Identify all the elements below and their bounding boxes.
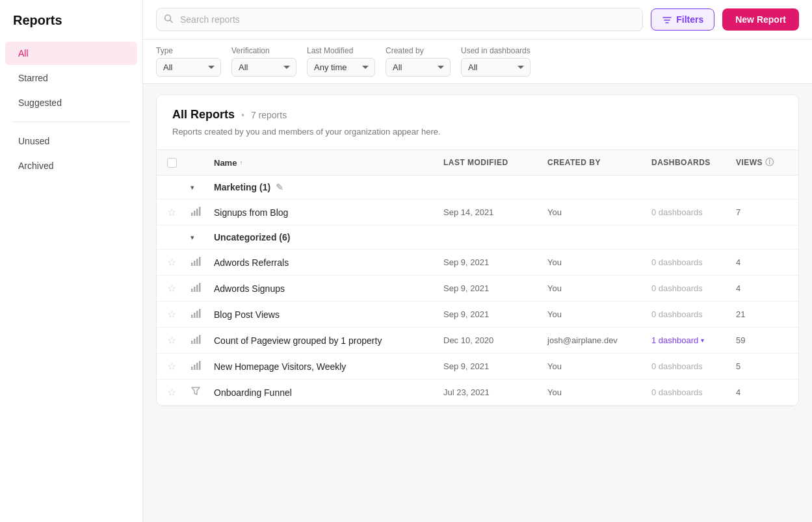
- star-icon-onboarding-funnel[interactable]: ☆: [167, 386, 190, 398]
- report-icon-signups-from-blog: [190, 206, 214, 218]
- star-icon-new-homepage[interactable]: ☆: [167, 360, 190, 372]
- dashboard-chevron-icon: ▾: [701, 337, 704, 344]
- filter-used-in-dashboards: Used in dashboards All Used Unused: [461, 46, 530, 77]
- dashboards-blog-post-views: 0 dashboards: [651, 309, 736, 319]
- filter-type-select[interactable]: All Chart Table Pivot: [156, 58, 221, 77]
- views-info-icon[interactable]: ⓘ: [765, 157, 774, 168]
- star-icon-signups-from-blog[interactable]: ☆: [167, 206, 190, 218]
- svg-rect-8: [199, 207, 201, 216]
- reports-title-row: All Reports • 7 reports: [172, 108, 783, 122]
- views-blog-post-views: 21: [736, 309, 788, 319]
- sidebar-item-starred[interactable]: Starred: [5, 66, 137, 90]
- filters-button[interactable]: Filters: [651, 8, 714, 31]
- filter-used-in-dashboards-label: Used in dashboards: [461, 46, 530, 55]
- filter-last-modified: Last Modified Any time Today This week T…: [307, 46, 375, 77]
- table-row[interactable]: ☆ Onboarding Funnel Jul 23, 2021 You 0 d…: [157, 380, 798, 406]
- svg-rect-6: [194, 211, 196, 216]
- filter-last-modified-select[interactable]: Any time Today This week This month This…: [307, 58, 375, 77]
- svg-rect-28: [199, 361, 201, 370]
- table-row[interactable]: ☆ Count of Pageview grouped by 1 propert…: [157, 328, 798, 354]
- report-icon-adwords-referrals: [190, 256, 214, 268]
- svg-rect-20: [199, 309, 201, 318]
- report-icon-blog-post-views: [190, 308, 214, 320]
- report-name-adwords-referrals: Adwords Referrals: [214, 257, 443, 268]
- sidebar-nav: All Starred Suggested Unused Archived: [0, 41, 142, 178]
- sidebar-item-archived[interactable]: Archived: [5, 154, 137, 177]
- filter-last-modified-label: Last Modified: [307, 46, 375, 55]
- report-icon-count-pageview: [190, 334, 214, 346]
- new-report-button[interactable]: New Report: [722, 8, 799, 31]
- group-row-uncategorized[interactable]: ▾ Uncategorized (6): [157, 226, 798, 250]
- svg-rect-19: [196, 311, 198, 318]
- th-checkbox: [167, 158, 190, 168]
- report-name-adwords-signups: Adwords Signups: [214, 283, 443, 294]
- sidebar-item-unused[interactable]: Unused: [5, 129, 137, 153]
- dashboards-adwords-signups: 0 dashboards: [651, 283, 736, 293]
- svg-rect-15: [196, 285, 198, 292]
- group-name-uncategorized: Uncategorized (6): [214, 232, 290, 242]
- table-row[interactable]: ☆ Adwords Referrals Sep 9, 2021 You 0 da…: [157, 250, 798, 276]
- last-modified-blog-post-views: Sep 9, 2021: [443, 309, 547, 319]
- report-name-blog-post-views: Blog Post Views: [214, 309, 443, 320]
- table-row[interactable]: ☆ Blog Post Views Sep 9, 2021 You 0 dash…: [157, 302, 798, 328]
- last-modified-adwords-referrals: Sep 9, 2021: [443, 257, 547, 267]
- svg-rect-23: [196, 337, 198, 344]
- dashboard-link-text: 1 dashboard: [651, 335, 698, 345]
- filter-type: Type All Chart Table Pivot: [156, 46, 221, 77]
- created-by-new-homepage: You: [547, 361, 651, 371]
- search-input[interactable]: [156, 8, 643, 31]
- star-icon-adwords-signups[interactable]: ☆: [167, 282, 190, 294]
- select-all-checkbox[interactable]: [167, 158, 177, 168]
- group-row-marketing[interactable]: ▾ Marketing (1) ✎: [157, 176, 798, 200]
- last-modified-onboarding-funnel: Jul 23, 2021: [443, 387, 547, 397]
- dashboards-signups-from-blog: 0 dashboards: [651, 207, 736, 217]
- star-icon-blog-post-views[interactable]: ☆: [167, 308, 190, 320]
- th-dashboards-label: Dashboards: [651, 158, 711, 167]
- th-name-label: Name: [214, 158, 237, 168]
- filter-used-in-dashboards-select[interactable]: All Used Unused: [461, 58, 530, 77]
- views-count-pageview: 59: [736, 335, 788, 345]
- table-row[interactable]: ☆ Adwords Signups Sep 9, 2021 You 0 dash…: [157, 276, 798, 302]
- table-row[interactable]: ☆ New Homepage Visitors, Weekly Sep 9, 2…: [157, 354, 798, 380]
- star-icon-adwords-referrals[interactable]: ☆: [167, 256, 190, 268]
- edit-group-icon-marketing[interactable]: ✎: [276, 182, 283, 192]
- topbar: Filters New Report: [143, 0, 812, 40]
- dashboards-count-pageview[interactable]: 1 dashboard ▾: [651, 335, 736, 345]
- filter-created-by-select[interactable]: All You Others: [386, 58, 451, 77]
- created-by-onboarding-funnel: You: [547, 387, 651, 397]
- svg-rect-12: [199, 257, 201, 266]
- reports-header: All Reports • 7 reports Reports created …: [156, 94, 799, 150]
- svg-rect-7: [196, 209, 198, 216]
- filter-created-by: Created by All You Others: [386, 46, 451, 77]
- dashboards-adwords-referrals: 0 dashboards: [651, 257, 736, 267]
- star-icon-count-pageview[interactable]: ☆: [167, 334, 190, 346]
- filter-verification: Verification All Verified Unverified: [231, 46, 296, 77]
- svg-rect-26: [194, 365, 196, 370]
- filter-type-label: Type: [156, 46, 221, 55]
- th-created-by-label: Created by: [547, 158, 601, 167]
- filter-verification-select[interactable]: All Verified Unverified: [231, 58, 296, 77]
- filters-icon: [662, 14, 672, 25]
- group-chevron-uncat: ▾: [190, 233, 214, 242]
- reports-bullet: •: [241, 110, 244, 120]
- svg-rect-13: [191, 289, 193, 292]
- last-modified-new-homepage: Sep 9, 2021: [443, 361, 547, 371]
- views-signups-from-blog: 7: [736, 207, 788, 217]
- svg-rect-10: [194, 261, 196, 266]
- search-icon: [164, 14, 173, 25]
- th-last-modified: Last Modified: [443, 158, 547, 167]
- sidebar-item-suggested[interactable]: Suggested: [5, 91, 137, 114]
- sidebar-item-all[interactable]: All: [5, 42, 137, 65]
- th-last-modified-label: Last Modified: [443, 158, 508, 167]
- report-name-signups-from-blog: Signups from Blog: [214, 207, 443, 218]
- svg-rect-27: [196, 363, 198, 370]
- reports-count: 7 reports: [251, 110, 287, 120]
- group-label-marketing: Marketing (1) ✎: [214, 182, 443, 192]
- reports-description: Reports created by you and members of yo…: [172, 127, 783, 137]
- report-name-onboarding-funnel: Onboarding Funnel: [214, 387, 443, 398]
- svg-rect-21: [191, 341, 193, 344]
- created-by-blog-post-views: You: [547, 309, 651, 319]
- th-dashboards: Dashboards: [651, 158, 736, 167]
- table-row[interactable]: ☆ Signups from Blog Sep 14, 2021 You 0 d…: [157, 200, 798, 226]
- th-name[interactable]: Name ↑: [214, 158, 443, 168]
